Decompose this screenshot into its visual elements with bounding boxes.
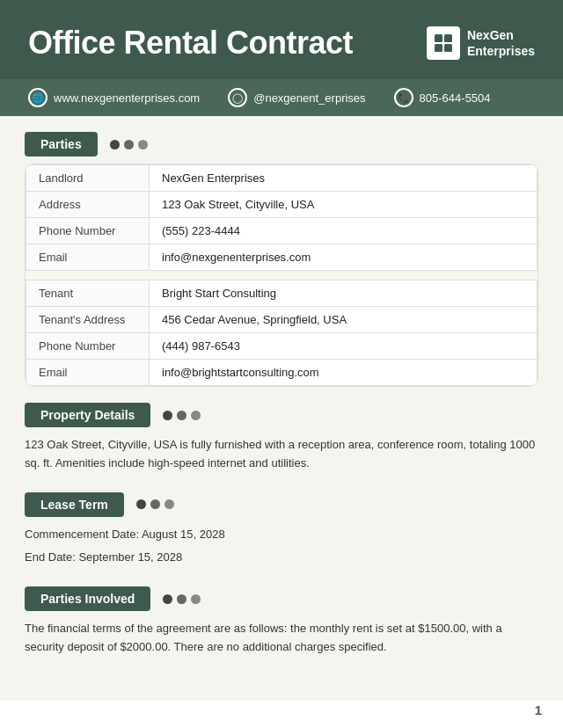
dot-2 bbox=[124, 140, 134, 149]
row-key: Tenant's Address bbox=[26, 307, 150, 333]
parties-involved-dots bbox=[163, 594, 201, 604]
lease-label: Lease Term bbox=[25, 492, 124, 517]
dot-1 bbox=[163, 594, 172, 604]
parties-involved-text: The financial terms of the agreement are… bbox=[25, 618, 538, 660]
property-header: Property Details bbox=[25, 403, 538, 427]
dot-2 bbox=[150, 499, 160, 509]
row-value: info@nexgenenterprises.com bbox=[150, 244, 537, 271]
row-value: 123 Oak Street, Cityville, USA bbox=[150, 192, 537, 218]
dot-1 bbox=[163, 411, 172, 420]
parties-involved-header: Parties Involved bbox=[25, 586, 538, 611]
website-contact: 🌐 www.nexgenenterprises.com bbox=[28, 88, 200, 107]
row-value: (444) 987-6543 bbox=[150, 333, 537, 360]
lease-line2: End Date: September 15, 2028 bbox=[25, 547, 538, 571]
dot-2 bbox=[177, 594, 186, 604]
lease-dots bbox=[136, 499, 174, 509]
instagram-contact: ◯ @nexgenent_erprises bbox=[228, 88, 365, 107]
phone-text: 805-644-5504 bbox=[420, 91, 491, 105]
contact-bar: 🌐 www.nexgenenterprises.com ◯ @nexgenent… bbox=[0, 79, 563, 116]
page-title: Office Rental Contract bbox=[28, 25, 353, 62]
table-row: Phone Number(444) 987-6543 bbox=[26, 333, 537, 360]
table-row: Phone Number(555) 223-4444 bbox=[26, 218, 537, 244]
dot-3 bbox=[191, 594, 201, 604]
main-content: Parties LandlordNexGen EnterprisesAddres… bbox=[0, 116, 563, 701]
dot-1 bbox=[110, 140, 120, 149]
dot-2 bbox=[177, 411, 186, 420]
instagram-text: @nexgenent_erprises bbox=[253, 91, 365, 105]
logo-icon bbox=[427, 26, 460, 60]
row-value: 456 Cedar Avenue, Springfield, USA bbox=[150, 307, 537, 333]
lease-line1: Commencement Date: August 15, 2028 bbox=[25, 524, 538, 548]
property-section: Property Details 123 Oak Street, Cityvil… bbox=[25, 403, 538, 477]
parties-label: Parties bbox=[25, 132, 98, 157]
svg-rect-0 bbox=[435, 34, 442, 42]
page-header: Office Rental Contract NexGen Enterprise… bbox=[0, 0, 563, 79]
svg-rect-3 bbox=[444, 44, 452, 52]
instagram-icon: ◯ bbox=[228, 88, 247, 107]
dot-3 bbox=[138, 140, 148, 149]
property-dots bbox=[163, 411, 201, 420]
table-row: LandlordNexGen Enterprises bbox=[26, 165, 537, 192]
table-row: Emailinfo@nexgenenterprises.com bbox=[26, 244, 537, 271]
phone-contact: 📞 805-644-5504 bbox=[394, 88, 491, 107]
parties-involved-label: Parties Involved bbox=[25, 586, 150, 611]
row-value: NexGen Enterprises bbox=[150, 165, 537, 192]
row-key: Email bbox=[26, 360, 150, 386]
lease-section: Lease Term Commencement Date: August 15,… bbox=[25, 492, 538, 571]
parties-card: LandlordNexGen EnterprisesAddress123 Oak… bbox=[25, 164, 538, 387]
row-key: Address bbox=[26, 192, 150, 218]
logo: NexGen Enterprises bbox=[427, 26, 535, 60]
parties-dots bbox=[110, 140, 148, 149]
parties-involved-section: Parties Involved The financial terms of … bbox=[25, 586, 538, 660]
logo-text: NexGen Enterprises bbox=[467, 27, 535, 59]
row-key: Phone Number bbox=[26, 218, 150, 244]
dot-3 bbox=[165, 499, 174, 509]
page-number: 1 bbox=[535, 703, 542, 717]
website-text: www.nexgenenterprises.com bbox=[54, 91, 200, 105]
row-value: info@brightstartconsulting.com bbox=[150, 360, 537, 386]
lease-header: Lease Term bbox=[25, 492, 538, 517]
row-value: (555) 223-4444 bbox=[150, 218, 537, 244]
phone-icon: 📞 bbox=[394, 88, 413, 107]
row-value: Bright Start Consulting bbox=[150, 280, 537, 307]
web-icon: 🌐 bbox=[28, 88, 48, 107]
parties-header: Parties bbox=[25, 132, 538, 157]
table-row: TenantBright Start Consulting bbox=[26, 280, 537, 307]
dot-1 bbox=[136, 499, 146, 509]
table-row: Emailinfo@brightstartconsulting.com bbox=[26, 360, 537, 386]
parties-section: Parties LandlordNexGen EnterprisesAddres… bbox=[25, 132, 538, 387]
row-key: Tenant bbox=[26, 280, 150, 307]
landlord-table: LandlordNexGen EnterprisesAddress123 Oak… bbox=[26, 164, 537, 271]
property-label: Property Details bbox=[25, 403, 150, 427]
row-key: Email bbox=[26, 244, 150, 271]
dot-3 bbox=[191, 411, 201, 420]
row-key: Landlord bbox=[26, 165, 150, 192]
table-row: Address123 Oak Street, Cityville, USA bbox=[26, 192, 537, 218]
property-text: 123 Oak Street, Cityville, USA is fully … bbox=[25, 434, 538, 477]
tenant-table: TenantBright Start ConsultingTenant's Ad… bbox=[26, 280, 537, 386]
svg-rect-2 bbox=[435, 44, 442, 52]
table-row: Tenant's Address456 Cedar Avenue, Spring… bbox=[26, 307, 537, 333]
svg-rect-1 bbox=[444, 34, 452, 42]
row-key: Phone Number bbox=[26, 333, 150, 360]
